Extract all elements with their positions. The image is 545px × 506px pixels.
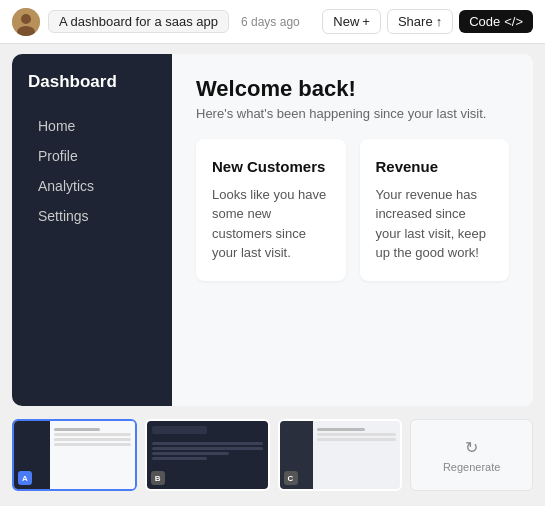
svg-point-1: [21, 14, 31, 24]
thumb-line: [54, 443, 131, 446]
thumbnail-c[interactable]: C: [278, 419, 403, 491]
thumb-body-c: [313, 421, 400, 489]
sidebar-item-settings[interactable]: Settings: [28, 202, 156, 230]
revenue-title: Revenue: [376, 157, 494, 177]
sidebar: Dashboard Home Profile Analytics Setting…: [12, 54, 172, 406]
thumb-inner-a: [14, 421, 135, 489]
code-button[interactable]: Code </>: [459, 10, 533, 33]
regenerate-label: Regenerate: [443, 461, 501, 473]
new-label: New: [333, 14, 359, 29]
revenue-card: Revenue Your revenue has increased since…: [360, 139, 510, 281]
regenerate-tile[interactable]: ↻ Regenerate: [410, 419, 533, 491]
new-customers-card: New Customers Looks like you have some n…: [196, 139, 346, 281]
thumb-line: [54, 438, 131, 441]
thumb-badge-a: A: [18, 471, 32, 485]
main-area: Dashboard Home Profile Analytics Setting…: [0, 44, 545, 506]
thumb-dark-lines-b: [152, 442, 263, 460]
thumb-dark-line: [152, 442, 263, 445]
topbar-time: 6 days ago: [241, 15, 300, 29]
thumb-body-a: [50, 421, 135, 489]
revenue-text: Your revenue has increased since your la…: [376, 185, 494, 263]
avatar: [12, 8, 40, 36]
code-icon: </>: [504, 14, 523, 29]
new-button[interactable]: New +: [322, 9, 381, 34]
topbar: A dashboard for a saas app 6 days ago Ne…: [0, 0, 545, 44]
thumb-dark-line: [152, 452, 230, 455]
thumb-badge-b: B: [151, 471, 165, 485]
thumb-line: [317, 433, 396, 436]
share-label: Share: [398, 14, 433, 29]
thumbnail-a[interactable]: A: [12, 419, 137, 491]
upload-icon: ↑: [436, 14, 443, 29]
info-cards-row: New Customers Looks like you have some n…: [196, 139, 509, 281]
thumb-line: [317, 438, 396, 441]
topbar-actions: New + Share ↑ Code </>: [322, 9, 533, 34]
plus-icon: +: [362, 14, 370, 29]
share-button[interactable]: Share ↑: [387, 9, 453, 34]
thumbnails-row: A B: [12, 414, 533, 496]
welcome-subtitle: Here's what's been happening since your …: [196, 106, 509, 121]
sidebar-item-analytics[interactable]: Analytics: [28, 172, 156, 200]
new-customers-text: Looks like you have some new customers s…: [212, 185, 330, 263]
regenerate-icon: ↻: [465, 438, 478, 457]
thumb-line: [54, 433, 131, 436]
thumb-dark-line: [152, 447, 263, 450]
sidebar-title: Dashboard: [28, 72, 156, 92]
sidebar-nav: Home Profile Analytics Settings: [28, 112, 156, 230]
thumb-lines-a: [54, 428, 131, 446]
thumb-dark-line: [152, 457, 207, 460]
sidebar-item-profile[interactable]: Profile: [28, 142, 156, 170]
sidebar-item-home[interactable]: Home: [28, 112, 156, 140]
thumbnail-b[interactable]: B: [145, 419, 270, 491]
thumb-line: [317, 428, 364, 431]
dashboard-preview: Dashboard Home Profile Analytics Setting…: [12, 54, 533, 406]
topbar-title: A dashboard for a saas app: [48, 10, 229, 33]
welcome-title: Welcome back!: [196, 76, 509, 102]
thumb-line: [54, 428, 100, 431]
code-label: Code: [469, 14, 500, 29]
thumb-badge-c: C: [284, 471, 298, 485]
thumb-inner-b: [147, 421, 268, 489]
thumb-inner-c: [280, 421, 401, 489]
dashboard-content: Welcome back! Here's what's been happeni…: [172, 54, 533, 406]
thumb-lines-c: [317, 428, 396, 441]
new-customers-title: New Customers: [212, 157, 330, 177]
